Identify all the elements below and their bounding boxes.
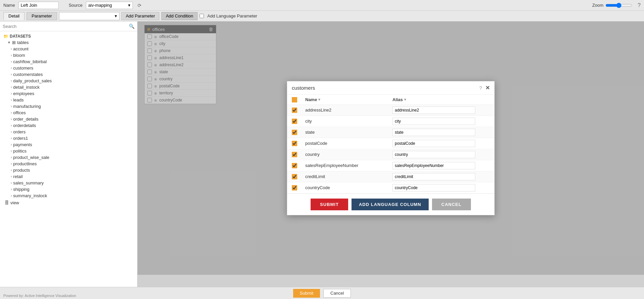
- modal-rows: addressLine2 city state: [287, 105, 494, 194]
- arrow-right-icon: ›: [11, 85, 12, 89]
- arrow-right-icon: ›: [11, 175, 12, 178]
- sidebar-item-employees[interactable]: › employees: [0, 90, 137, 97]
- name-input[interactable]: [18, 2, 59, 9]
- table-row: salesRepEmployeeNumber: [287, 160, 494, 171]
- arrow-right-icon: ›: [11, 136, 12, 140]
- alias-input-countrycode[interactable]: [392, 184, 475, 191]
- sidebar-item-leads[interactable]: › leads: [0, 97, 137, 103]
- sidebar-item-orderdetails[interactable]: › orderdetails: [0, 122, 137, 129]
- alias-input-city[interactable]: [392, 118, 475, 125]
- sidebar-item-view[interactable]: 🗄 view: [0, 199, 137, 207]
- modal-title: customers: [292, 85, 315, 91]
- bottom-cancel-button[interactable]: Cancel: [323, 289, 351, 298]
- arrow-right-icon: ›: [11, 181, 12, 185]
- sidebar-item-product-wise-sale[interactable]: › product_wise_sale: [0, 154, 137, 161]
- modal-cancel-button[interactable]: CANCEL: [432, 199, 471, 210]
- bottom-bar: Submit Cancel Powered by: Active Intelli…: [0, 287, 644, 299]
- sidebar-item-politics[interactable]: › politics: [0, 148, 137, 154]
- add-condition-btn[interactable]: Add Condition: [161, 12, 198, 20]
- modal-footer: SUBMIT ADD LANGUAGE COLUMN CANCEL: [287, 194, 494, 215]
- row-checkbox-country[interactable]: [292, 152, 297, 157]
- sidebar-item-customerstates[interactable]: › customerstates: [0, 71, 137, 78]
- zoom-slider[interactable]: [605, 3, 632, 8]
- modal-submit-button[interactable]: SUBMIT: [311, 199, 348, 210]
- help-icon[interactable]: ?: [638, 2, 641, 8]
- alias-input-country[interactable]: [392, 151, 475, 158]
- sidebar-item-summary-instock[interactable]: › summary_instock: [0, 193, 137, 199]
- refresh-icon[interactable]: ⟳: [138, 3, 142, 8]
- tab-parameter[interactable]: Parameter: [26, 12, 57, 20]
- sidebar-item-orders[interactable]: › orders: [0, 129, 137, 135]
- sidebar-item-shipping[interactable]: › shipping: [0, 186, 137, 193]
- row-checkbox-state[interactable]: [292, 130, 297, 135]
- table-row: creditLimit: [287, 171, 494, 182]
- arrow-right-icon: ›: [11, 66, 12, 70]
- filter-icon-2[interactable]: ▾: [404, 97, 406, 102]
- sidebar-item-sales-summary[interactable]: › sales_summary: [0, 180, 137, 186]
- tab-detail[interactable]: Detail: [3, 12, 24, 20]
- arrow-right-icon: ›: [11, 92, 12, 95]
- left-sidebar: 🔍 📁 DATASETS ▼ ⊞ tables › account › bloo…: [0, 22, 138, 287]
- alias-input-postalcode[interactable]: [392, 140, 475, 147]
- sidebar-item-daily-product-sales[interactable]: › daily_product_sales: [0, 78, 137, 84]
- arrow-right-icon: ›: [11, 168, 12, 172]
- alias-input-state[interactable]: [392, 129, 475, 136]
- main-area: 🔍 📁 DATASETS ▼ ⊞ tables › account › bloo…: [0, 22, 644, 287]
- sidebar-item-orders1[interactable]: › orders1: [0, 135, 137, 141]
- modal-overlay: customers ? ✕ Na: [138, 22, 644, 275]
- add-lang-param-label: Add Language Parameter: [207, 13, 257, 18]
- sidebar-item-products[interactable]: › products: [0, 167, 137, 173]
- add-lang-param-checkbox[interactable]: [200, 14, 204, 18]
- arrow-right-icon: ›: [11, 98, 12, 102]
- toolbar-right: Zoom ?: [592, 2, 641, 8]
- arrow-right-icon: ›: [11, 124, 12, 127]
- arrow-right-icon: ›: [11, 104, 12, 108]
- source-dropdown[interactable]: aiv-mapping ▾: [86, 2, 133, 9]
- arrow-right-icon: ›: [11, 143, 12, 146]
- top-toolbar: Name Source aiv-mapping ▾ ⟳ Zoom ?: [0, 0, 644, 11]
- database-icon: 🗄: [5, 200, 9, 205]
- sidebar-item-retail[interactable]: › retail: [0, 173, 137, 180]
- alias-input-salesrepemployeenumber[interactable]: [392, 162, 475, 169]
- sidebar-item-payments[interactable]: › payments: [0, 141, 137, 148]
- sidebar-item-productlines[interactable]: › productlines: [0, 161, 137, 167]
- sidebar-item-order-details[interactable]: › order_details: [0, 116, 137, 122]
- alias-col-header: Alias ▾: [392, 97, 480, 102]
- powered-by-label: Powered by: Active Intelligence Visualiz…: [3, 294, 76, 298]
- tables-node[interactable]: ▼ ⊞ tables: [0, 39, 137, 46]
- modal-col-headers: Name ▾ Alias ▾: [287, 95, 494, 105]
- sidebar-item-detail-instock[interactable]: › detail_instock: [0, 84, 137, 90]
- row-checkbox-postalcode[interactable]: [292, 141, 297, 146]
- sidebar-item-account[interactable]: › account: [0, 46, 137, 52]
- alias-input-creditlimit[interactable]: [392, 173, 475, 180]
- modal-body: Name ▾ Alias ▾ add: [287, 95, 494, 194]
- modal-add-language-column-button[interactable]: ADD LANGUAGE COLUMN: [352, 199, 429, 210]
- modal-header: customers ? ✕: [287, 81, 494, 95]
- chevron-down-icon: ▾: [128, 3, 130, 8]
- name-col-header: Name ▾: [305, 97, 392, 102]
- arrow-right-icon: ›: [11, 79, 12, 83]
- sidebar-item-cashflow[interactable]: › cashflow_bibirbal: [0, 58, 137, 65]
- bottom-submit-button[interactable]: Submit: [293, 289, 320, 298]
- filter-icon[interactable]: ▾: [318, 97, 320, 102]
- modal-help-icon[interactable]: ?: [479, 85, 482, 91]
- sidebar-item-manufacturing[interactable]: › manufacturing: [0, 103, 137, 110]
- alias-input-addressline2[interactable]: [392, 106, 475, 114]
- row-checkbox-countrycode[interactable]: [292, 185, 297, 190]
- modal-close-icon[interactable]: ✕: [485, 85, 490, 91]
- sidebar-item-offices[interactable]: › offices: [0, 110, 137, 116]
- add-parameter-btn[interactable]: Add Parameter: [121, 12, 159, 20]
- table-row: addressLine2: [287, 105, 494, 116]
- tab-dropdown[interactable]: ▾: [59, 12, 119, 20]
- table-row: country: [287, 149, 494, 160]
- sidebar-item-bloom[interactable]: › bloom: [0, 52, 137, 58]
- row-checkbox-salesrepemployeenumber[interactable]: [292, 163, 297, 168]
- row-checkbox-addressline2[interactable]: [292, 108, 297, 113]
- search-input[interactable]: [3, 24, 127, 29]
- table-row: countryCode: [287, 182, 494, 194]
- sidebar-item-customers[interactable]: › customers: [0, 65, 137, 71]
- row-checkbox-city[interactable]: [292, 119, 297, 124]
- arrow-down-icon: ▼: [7, 41, 11, 44]
- tree-area: 📁 DATASETS ▼ ⊞ tables › account › bloom …: [0, 31, 137, 287]
- row-checkbox-creditlimit[interactable]: [292, 174, 297, 179]
